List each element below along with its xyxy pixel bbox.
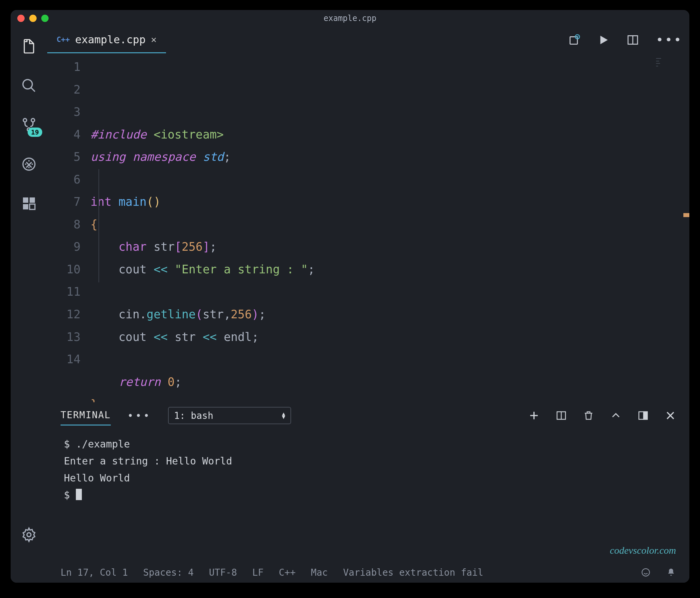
status-indentation[interactable]: Spaces: 4 — [143, 567, 194, 578]
terminal-text: $ ./example Enter a string : Hello World… — [64, 438, 232, 501]
settings-gear-icon[interactable] — [21, 527, 37, 543]
terminal-cursor — [76, 489, 82, 500]
svg-rect-6 — [30, 197, 35, 203]
debug-icon[interactable] — [21, 156, 37, 172]
editor-actions: ••• — [568, 33, 683, 47]
code-line[interactable] — [91, 168, 689, 191]
code-editor[interactable]: 1234567891011121314 #include <iostream>u… — [47, 53, 689, 402]
tab-close-icon[interactable]: ✕ — [151, 34, 157, 45]
svg-point-0 — [23, 79, 32, 89]
terminal-selector[interactable]: 1: bash ▲▼ — [168, 407, 291, 424]
panel-tabs: TERMINAL ••• 1: bash ▲▼ — [47, 402, 689, 429]
svg-rect-15 — [644, 412, 647, 420]
more-actions-icon[interactable]: ••• — [656, 33, 683, 47]
watermark: codevscolor.com — [610, 542, 676, 559]
toggle-panel-icon[interactable] — [638, 410, 649, 421]
workbench: 19 C++ example.cpp ✕ — [11, 27, 689, 583]
status-encoding[interactable]: UTF-8 — [209, 567, 237, 578]
code-line[interactable] — [91, 348, 689, 371]
explorer-icon[interactable] — [21, 38, 37, 54]
file-language-badge: C++ — [56, 35, 70, 44]
svg-point-2 — [31, 119, 34, 122]
terminal-selector-label: 1: bash — [174, 410, 213, 421]
code-line[interactable]: cin.getline(str,256); — [91, 303, 689, 326]
titlebar: example.cpp — [11, 10, 689, 27]
window-title: example.cpp — [324, 14, 377, 23]
close-window-button[interactable] — [17, 15, 25, 22]
code-content[interactable]: #include <iostream>using namespace std; … — [91, 53, 689, 402]
status-eol[interactable]: LF — [252, 567, 264, 578]
svg-point-9 — [27, 533, 31, 537]
kill-terminal-icon[interactable] — [583, 410, 594, 421]
status-language[interactable]: C++ — [279, 567, 296, 578]
maximize-panel-icon[interactable] — [610, 410, 622, 421]
selector-chevron-icon: ▲▼ — [282, 412, 285, 419]
code-line[interactable]: cout << "Enter a string : "; — [91, 258, 689, 281]
panel-more-icon[interactable]: ••• — [127, 410, 151, 422]
extensions-icon[interactable] — [21, 195, 37, 211]
status-cursor-position[interactable]: Ln 17, Col 1 — [60, 567, 128, 578]
tab-bar: C++ example.cpp ✕ ••• — [47, 27, 689, 53]
terminal-tab[interactable]: TERMINAL — [60, 406, 111, 426]
feedback-smiley-icon[interactable] — [641, 567, 651, 577]
tab-filename: example.cpp — [75, 33, 146, 46]
code-line[interactable]: using namespace std; — [91, 146, 689, 168]
open-changes-icon[interactable] — [568, 33, 580, 46]
svg-rect-8 — [30, 204, 35, 210]
tab-example-cpp[interactable]: C++ example.cpp ✕ — [47, 27, 166, 53]
editor-group: C++ example.cpp ✕ ••• — [47, 27, 689, 583]
search-icon[interactable] — [21, 77, 37, 94]
scm-badge: 19 — [28, 127, 42, 137]
code-line[interactable]: { — [91, 213, 689, 236]
terminal-output[interactable]: $ ./example Enter a string : Hello World… — [47, 429, 689, 562]
code-line[interactable]: #include <iostream> — [91, 123, 689, 146]
line-gutter: 1234567891011121314 — [47, 53, 91, 402]
code-line[interactable]: int main() — [91, 191, 689, 213]
code-line[interactable]: cout << str << endl; — [91, 326, 689, 349]
code-line[interactable]: } — [91, 393, 689, 402]
source-control-icon[interactable]: 19 — [21, 117, 37, 133]
notifications-bell-icon[interactable] — [666, 567, 676, 577]
indent-guide — [98, 169, 99, 282]
code-line[interactable] — [91, 281, 689, 303]
svg-rect-10 — [570, 37, 578, 44]
split-terminal-icon[interactable] — [556, 410, 567, 421]
code-line[interactable]: return 0; — [91, 371, 689, 393]
split-editor-icon[interactable] — [626, 33, 639, 46]
maximize-window-button[interactable] — [41, 15, 49, 22]
run-icon[interactable] — [597, 33, 610, 46]
status-bar: Ln 17, Col 1 Spaces: 4 UTF-8 LF C++ Mac … — [47, 562, 689, 583]
minimap[interactable]: ▂▂▂▂▂▂▂▂▂▂▂▂▂▂ — [656, 56, 686, 80]
editor-window: example.cpp 19 — [11, 10, 689, 583]
code-line[interactable]: char str[256]; — [91, 236, 689, 258]
svg-point-1 — [23, 119, 27, 122]
svg-point-16 — [642, 569, 650, 576]
new-terminal-icon[interactable] — [528, 410, 540, 421]
activity-bar: 19 — [11, 27, 47, 583]
close-panel-icon[interactable] — [665, 410, 676, 421]
overview-ruler-marker — [683, 213, 689, 217]
svg-rect-7 — [23, 204, 28, 210]
status-message[interactable]: Variables extraction fail — [343, 567, 483, 578]
svg-rect-5 — [23, 197, 28, 203]
status-os[interactable]: Mac — [311, 567, 328, 578]
bottom-panel: TERMINAL ••• 1: bash ▲▼ $ . — [47, 402, 689, 562]
window-controls — [17, 15, 49, 22]
panel-actions — [528, 410, 676, 421]
minimize-window-button[interactable] — [29, 15, 36, 22]
